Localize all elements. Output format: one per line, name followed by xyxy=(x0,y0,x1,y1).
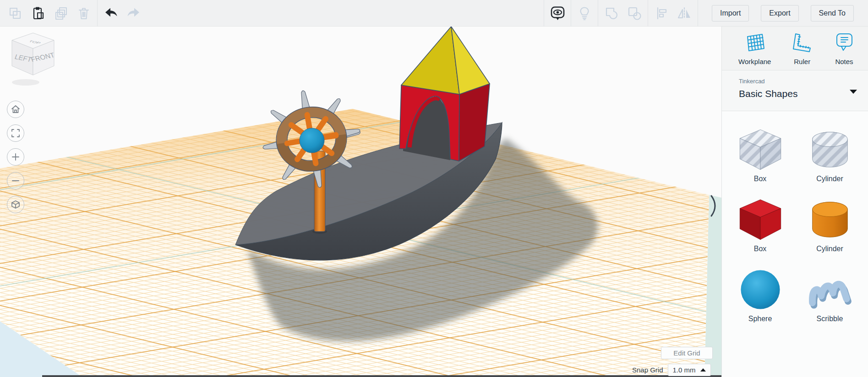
zoom-out-button[interactable] xyxy=(7,172,24,189)
library-selected: Basic Shapes xyxy=(739,88,868,99)
paste-icon[interactable] xyxy=(30,5,46,21)
object-tool-group: Import Export Send To xyxy=(542,0,854,27)
top-toolbar: Import Export Send To xyxy=(0,0,868,27)
caret-down-icon xyxy=(850,90,857,94)
copy-icon[interactable] xyxy=(7,5,23,21)
shape-label: Cylinder xyxy=(816,175,843,183)
perspective-toggle-button[interactable] xyxy=(7,196,24,213)
workplane-tool[interactable]: Workplane xyxy=(738,32,771,65)
send-to-button[interactable]: Send To xyxy=(811,5,854,22)
shape-label: Scribble xyxy=(817,315,843,323)
shape-tile-hole-box[interactable]: Box xyxy=(726,127,795,183)
view-cube-shadow xyxy=(12,79,39,86)
undo-icon[interactable] xyxy=(103,5,119,21)
snap-grid-select[interactable]: 1.0 mm xyxy=(668,364,711,376)
redo-icon[interactable] xyxy=(126,5,142,21)
panel-tools-row: Workplane Ruler xyxy=(722,27,868,70)
shape-tile-hole-cylinder[interactable]: Cylinder xyxy=(795,127,865,183)
view-cube[interactable]: TOP LEFT FRONT xyxy=(6,29,60,90)
edit-tool-group xyxy=(4,0,145,27)
shape-library-dropdown[interactable]: Tinkercad Basic Shapes xyxy=(722,70,868,111)
zoom-in-button[interactable] xyxy=(7,148,24,166)
ruler-icon xyxy=(791,32,813,55)
caret-up-icon xyxy=(700,368,706,372)
viewport-canvas[interactable] xyxy=(0,0,721,377)
shape-tile-red-box[interactable]: Box xyxy=(726,197,795,253)
import-button[interactable]: Import xyxy=(712,5,749,22)
ruler-tool-label: Ruler xyxy=(794,58,810,65)
library-brand: Tinkercad xyxy=(739,78,868,85)
align-icon[interactable] xyxy=(654,5,669,21)
duplicate-icon[interactable] xyxy=(53,5,69,21)
export-button[interactable]: Export xyxy=(761,5,798,22)
light-bulb-icon[interactable] xyxy=(577,5,592,21)
panel-collapse-chevron[interactable] xyxy=(709,194,721,220)
snap-grid-value: 1.0 mm xyxy=(673,366,696,374)
workplane-tool-label: Workplane xyxy=(738,58,771,65)
shape-label: Cylinder xyxy=(816,245,843,253)
fit-view-button[interactable] xyxy=(7,124,24,142)
shape-tile-orange-cylinder[interactable]: Cylinder xyxy=(795,197,865,253)
bottom-edge-strip xyxy=(42,375,721,377)
tinkercad-app: Import Export Send To TOP LEFT FRONT xyxy=(0,0,868,377)
group-icon[interactable] xyxy=(604,5,619,21)
notes-tool[interactable]: Notes xyxy=(833,32,855,65)
mirror-icon[interactable] xyxy=(677,5,692,21)
home-view-button[interactable] xyxy=(7,101,24,118)
ungroup-icon[interactable] xyxy=(627,5,642,21)
edit-grid-button[interactable]: Edit Grid xyxy=(661,347,713,359)
shape-label: Sphere xyxy=(748,315,772,323)
snap-grid-label: Snap Grid xyxy=(632,366,663,374)
delete-icon[interactable] xyxy=(76,5,92,21)
shape-label: Box xyxy=(754,175,767,183)
shapes-panel: Workplane Ruler xyxy=(721,27,868,377)
shape-grid: Box Cylinder xyxy=(722,111,868,323)
shape-tile-sphere[interactable]: Sphere xyxy=(726,267,795,323)
viewport-nav xyxy=(7,101,24,220)
shape-label: Box xyxy=(754,245,767,253)
shape-tile-scribble[interactable]: Scribble xyxy=(795,267,865,323)
notes-tool-label: Notes xyxy=(835,58,853,65)
snap-grid-control: Snap Grid 1.0 mm xyxy=(632,364,711,376)
workplane-icon xyxy=(744,32,766,55)
ruler-tool[interactable]: Ruler xyxy=(791,32,813,65)
notes-icon xyxy=(833,32,855,55)
show-all-icon[interactable] xyxy=(550,5,565,21)
